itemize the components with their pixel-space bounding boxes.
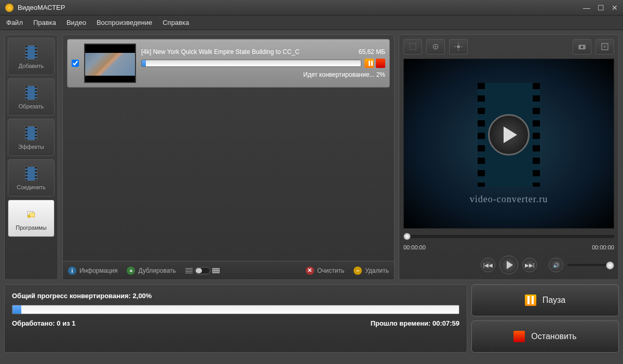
duplicate-icon: +	[127, 267, 135, 275]
film-add-icon	[25, 45, 37, 60]
pause-button[interactable]: Пауза	[471, 284, 619, 316]
film-trim-icon	[25, 86, 37, 100]
view-toggle[interactable]	[185, 267, 220, 274]
duplicate-button[interactable]: +Дублировать	[127, 267, 175, 275]
play-button[interactable]	[499, 256, 518, 274]
menubar: Файл Правка Видео Воспроизведение Справк…	[0, 16, 623, 30]
next-button[interactable]: ▶▶|	[522, 258, 537, 272]
menu-playback[interactable]: Воспроизведение	[97, 19, 152, 26]
camera-icon	[577, 42, 587, 51]
file-item[interactable]: [4k] New York Quick Walk Empire State Bu…	[67, 39, 390, 88]
stop-label: Остановить	[531, 332, 576, 341]
sidebar-effects-button[interactable]: Эффекты	[8, 119, 55, 156]
titlebar: ВидеоМАСТЕР — ☐ ✕	[0, 0, 623, 16]
info-button[interactable]: iИнформация	[68, 267, 117, 275]
delete-icon: −	[354, 267, 362, 275]
progress-panel: Общий прогресс конвертирования: 2,00% Об…	[4, 284, 467, 353]
elapsed-text: Прошло времени: 00:07:59	[371, 319, 459, 327]
menu-video[interactable]: Видео	[66, 19, 86, 26]
sidebar-add-label: Добавить	[19, 63, 44, 69]
stop-button[interactable]: Остановить	[471, 320, 619, 353]
file-pause-button[interactable]	[364, 59, 374, 68]
time-total: 00:00:00	[592, 244, 614, 250]
delete-label: Удалить	[365, 267, 389, 274]
prev-button[interactable]: |◀◀	[481, 258, 495, 272]
clear-label: Очистить	[317, 267, 344, 274]
file-size: 65,62 МБ	[359, 48, 385, 55]
snapshot-button[interactable]	[573, 39, 591, 54]
sidebar-programs-button[interactable]: Программы	[8, 200, 55, 237]
menu-file[interactable]: Файл	[6, 19, 23, 26]
sidebar-join-button[interactable]: Соединить	[8, 159, 55, 197]
gear-icon	[431, 42, 440, 51]
svg-point-2	[28, 215, 30, 218]
play-big-icon	[488, 114, 530, 156]
brightness-tool-button[interactable]	[449, 39, 468, 54]
close-button[interactable]: ✕	[612, 4, 618, 12]
filmstrip-icon	[478, 83, 540, 187]
maximize-button[interactable]: ☐	[598, 4, 604, 12]
sidebar-programs-label: Программы	[16, 225, 46, 231]
list-view-icon	[185, 268, 193, 273]
brand-text: video-converter.ru	[470, 194, 548, 205]
seek-knob[interactable]	[403, 233, 411, 240]
sidebar-effects-label: Эффекты	[18, 144, 44, 150]
menu-edit[interactable]: Правка	[33, 19, 56, 26]
brightness-icon	[454, 42, 463, 51]
volume-slider[interactable]	[567, 264, 614, 266]
sidebar-add-button[interactable]: Добавить	[8, 38, 55, 75]
svg-marker-14	[604, 46, 606, 48]
sidebar-trim-label: Обрезать	[19, 103, 44, 109]
svg-point-12	[581, 46, 584, 49]
svg-point-5	[435, 46, 437, 48]
volume-button[interactable]: 🔊	[549, 258, 563, 272]
file-list-panel: [4k] New York Quick Walk Empire State Bu…	[62, 34, 395, 280]
preview-panel: video-converter.ru 00:00:00 00:00:00 |◀◀…	[399, 34, 619, 280]
overall-progress-bar	[12, 305, 459, 314]
app-title: ВидеоМАСТЕР	[18, 4, 583, 11]
pause-icon	[525, 295, 536, 306]
file-checkbox[interactable]	[72, 60, 79, 67]
file-thumbnail	[84, 44, 136, 83]
file-status: Идет конвертирование... 2%	[141, 71, 385, 78]
processed-text: Обработано: 0 из 1	[12, 319, 75, 327]
video-preview[interactable]: video-converter.ru	[403, 59, 614, 229]
crop-tool-button[interactable]	[403, 39, 422, 54]
pause-label: Пауза	[543, 296, 565, 305]
grid-view-icon	[212, 268, 220, 273]
file-stop-button[interactable]	[376, 59, 385, 68]
settings-tool-button[interactable]	[426, 39, 445, 54]
file-progress-bar	[141, 60, 361, 67]
seek-bar[interactable]	[403, 235, 614, 238]
stop-icon	[513, 331, 525, 342]
menu-help[interactable]: Справка	[162, 19, 189, 26]
crop-icon	[408, 42, 417, 51]
file-title: [4k] New York Quick Walk Empire State Bu…	[141, 48, 300, 55]
svg-point-6	[457, 45, 460, 48]
sidebar: Добавить Обрезать Эффекты Соединить Прог…	[4, 34, 58, 280]
svg-rect-3	[410, 44, 416, 50]
info-icon: i	[68, 267, 76, 275]
info-label: Информация	[79, 267, 117, 274]
app-logo-icon	[5, 4, 13, 12]
film-join-icon	[25, 166, 37, 181]
fullscreen-icon	[600, 42, 610, 51]
sidebar-join-label: Соединить	[17, 184, 46, 190]
fullscreen-button[interactable]	[595, 39, 614, 54]
film-effects-icon	[25, 126, 37, 141]
minimize-button[interactable]: —	[583, 4, 590, 12]
progress-header: Общий прогресс конвертирования: 2,00%	[12, 292, 459, 300]
programs-icon	[23, 206, 39, 222]
toggle-switch[interactable]	[195, 267, 210, 274]
clear-icon: ✕	[306, 267, 314, 275]
list-toolbar: iИнформация +Дублировать ✕Очистить −Удал…	[63, 261, 394, 279]
duplicate-label: Дублировать	[138, 267, 175, 274]
time-current: 00:00:00	[403, 244, 426, 250]
sidebar-trim-button[interactable]: Обрезать	[8, 78, 55, 116]
delete-button[interactable]: −Удалить	[354, 267, 389, 275]
clear-button[interactable]: ✕Очистить	[306, 267, 344, 275]
